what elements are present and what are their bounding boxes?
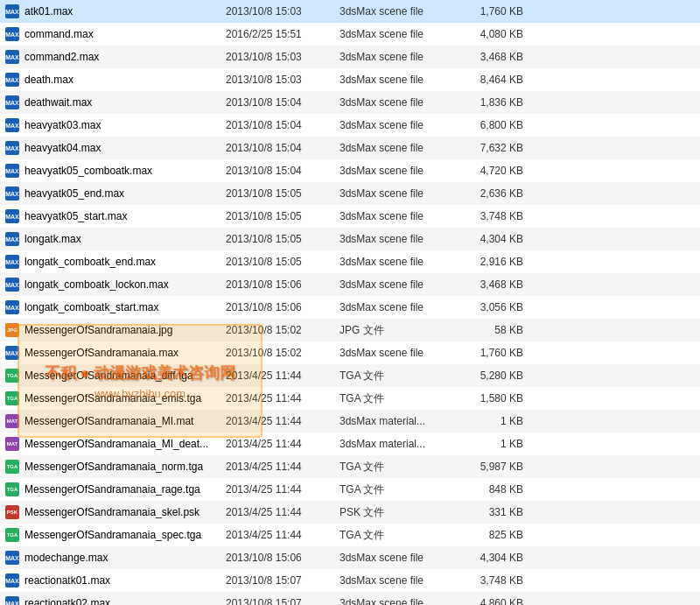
- file-date: 2013/10/8 15:04: [226, 96, 340, 109]
- file-type: 3dsMax scene file: [340, 574, 453, 587]
- file-size: 6,800 KB: [453, 119, 523, 131]
- file-row[interactable]: TGAMessengerOfSandramanaia_rage.tga2013/…: [0, 478, 700, 501]
- file-row[interactable]: JPGMessengerOfSandramanaia.jpg2013/10/8 …: [0, 319, 700, 341]
- file-size: 848 KB: [453, 483, 523, 496]
- file-date: 2013/10/8 15:05: [226, 233, 340, 245]
- file-name: MessengerOfSandramanaia.jpg: [24, 324, 226, 336]
- file-size: 825 KB: [453, 529, 523, 541]
- file-type: 3dsMax scene file: [340, 51, 453, 63]
- file-row[interactable]: MAXMessengerOfSandramanaia.max2013/10/8 …: [0, 341, 700, 364]
- file-type: 3dsMax scene file: [340, 28, 453, 40]
- file-size: 331 KB: [453, 506, 523, 518]
- file-date: 2013/4/25 11:44: [226, 369, 340, 382]
- file-size: 4,860 KB: [453, 597, 523, 605]
- file-name: command.max: [24, 28, 226, 40]
- file-date: 2013/10/8 15:03: [226, 74, 340, 86]
- file-date: 2013/4/25 11:44: [226, 483, 340, 496]
- file-size: 3,468 KB: [453, 278, 523, 291]
- file-row[interactable]: PSKMessengerOfSandramanaia_skel.psk2013/…: [0, 501, 700, 524]
- file-row[interactable]: MAXlongatk_comboatk_start.max2013/10/8 1…: [0, 296, 700, 319]
- file-row[interactable]: MAXcommand2.max2013/10/8 15:033dsMax sce…: [0, 46, 700, 68]
- file-row[interactable]: MAXatk01.max2013/10/8 15:033dsMax scene …: [0, 0, 700, 23]
- file-type: TGA 文件: [340, 482, 453, 497]
- file-date: 2013/4/25 11:44: [226, 392, 340, 405]
- file-name: death.max: [24, 74, 226, 86]
- file-size: 4,304 KB: [453, 233, 523, 245]
- file-row[interactable]: MAXdeathwait.max2013/10/8 15:043dsMax sc…: [0, 91, 700, 114]
- file-row[interactable]: TGAMessengerOfSandramanaia_diff.tga2013/…: [0, 364, 700, 387]
- file-date: 2013/4/25 11:44: [226, 438, 340, 450]
- file-date: 2013/4/25 11:44: [226, 415, 340, 427]
- file-size: 3,748 KB: [453, 210, 523, 222]
- file-row[interactable]: MAXlongatk_comboatk_lockon.max2013/10/8 …: [0, 273, 700, 296]
- file-icon: MAX: [4, 162, 21, 179]
- file-icon: MAX: [4, 25, 21, 43]
- file-name: heavyatk05_comboatk.max: [24, 165, 226, 177]
- file-row[interactable]: MAXreactionatk01.max2013/10/8 15:073dsMa…: [0, 569, 700, 592]
- file-row[interactable]: MAXcommand.max2016/2/25 15:513dsMax scen…: [0, 23, 700, 46]
- file-name: longatk_comboatk_start.max: [24, 301, 226, 313]
- file-row[interactable]: MAXheavyatk05_comboatk.max2013/10/8 15:0…: [0, 159, 700, 182]
- file-type: 3dsMax scene file: [340, 142, 453, 154]
- file-row[interactable]: MAXlongatk.max2013/10/8 15:053dsMax scen…: [0, 228, 700, 250]
- file-name: heavyatk05_start.max: [24, 210, 226, 222]
- file-date: 2013/10/8 15:03: [226, 51, 340, 63]
- file-size: 4,720 KB: [453, 165, 523, 177]
- file-date: 2013/10/8 15:06: [226, 301, 340, 313]
- file-type: 3dsMax scene file: [340, 597, 453, 605]
- file-date: 2013/10/8 15:06: [226, 552, 340, 564]
- file-size: 5,280 KB: [453, 369, 523, 382]
- file-name: heavyatk03.max: [24, 119, 226, 131]
- file-icon: TGA: [4, 458, 21, 475]
- file-date: 2013/10/8 15:07: [226, 597, 340, 605]
- file-row[interactable]: MAXlongatk_comboatk_end.max2013/10/8 15:…: [0, 250, 700, 273]
- file-size: 4,080 KB: [453, 28, 523, 40]
- file-row[interactable]: MAXheavyatk05_start.max2013/10/8 15:053d…: [0, 205, 700, 228]
- file-size: 1 KB: [453, 438, 523, 450]
- file-type: 3dsMax scene file: [340, 5, 453, 18]
- file-date: 2013/4/25 11:44: [226, 461, 340, 473]
- file-row[interactable]: MAXheavyatk05_end.max2013/10/8 15:053dsM…: [0, 182, 700, 205]
- file-row[interactable]: TGAMessengerOfSandramanaia_spec.tga2013/…: [0, 524, 700, 546]
- file-date: 2013/10/8 15:04: [226, 165, 340, 177]
- file-row[interactable]: MATMessengerOfSandramanaia_MI_deat...201…: [0, 433, 700, 455]
- file-icon: TGA: [4, 526, 21, 544]
- file-type: 3dsMax scene file: [340, 210, 453, 222]
- file-row[interactable]: TGAMessengerOfSandramanaia_norm.tga2013/…: [0, 455, 700, 478]
- file-row[interactable]: MAXdeath.max2013/10/8 15:033dsMax scene …: [0, 68, 700, 91]
- file-date: 2013/10/8 15:07: [226, 574, 340, 587]
- file-icon: MAX: [4, 208, 21, 225]
- file-name: MessengerOfSandramanaia_MI_deat...: [24, 438, 226, 450]
- file-size: 3,468 KB: [453, 51, 523, 63]
- file-row[interactable]: TGAMessengerOfSandramanaia_emis.tga2013/…: [0, 387, 700, 410]
- file-name: atk01.max: [24, 5, 226, 18]
- file-date: 2013/10/8 15:02: [226, 347, 340, 359]
- file-type: 3dsMax scene file: [340, 301, 453, 313]
- file-row[interactable]: MATMessengerOfSandramanaia_MI.mat2013/4/…: [0, 410, 700, 433]
- file-size: 4,304 KB: [453, 552, 523, 564]
- file-date: 2013/4/25 11:44: [226, 529, 340, 541]
- file-size: 1 KB: [453, 415, 523, 427]
- file-date: 2016/2/25 15:51: [226, 28, 340, 40]
- file-row[interactable]: MAXheavyatk03.max2013/10/8 15:043dsMax s…: [0, 114, 700, 137]
- file-type: TGA 文件: [340, 369, 453, 383]
- file-row[interactable]: MAXheavyatk04.max2013/10/8 15:043dsMax s…: [0, 137, 700, 159]
- file-name: heavyatk04.max: [24, 142, 226, 154]
- file-icon: MAX: [4, 230, 21, 248]
- file-name: MessengerOfSandramanaia_MI.mat: [24, 415, 226, 427]
- file-row[interactable]: MAXmodechange.max2013/10/8 15:063dsMax s…: [0, 546, 700, 569]
- file-type: 3dsMax material...: [340, 415, 453, 427]
- file-row[interactable]: MAXreactionatk02.max2013/10/8 15:073dsMa…: [0, 592, 700, 605]
- file-size: 8,464 KB: [453, 74, 523, 86]
- file-list: MAXatk01.max2013/10/8 15:033dsMax scene …: [0, 0, 700, 605]
- file-type: 3dsMax scene file: [340, 165, 453, 177]
- file-icon: MAX: [4, 48, 21, 66]
- file-type: 3dsMax scene file: [340, 96, 453, 109]
- file-name: MessengerOfSandramanaia.max: [24, 347, 226, 359]
- file-icon: MAX: [4, 185, 21, 202]
- file-date: 2013/10/8 15:05: [226, 210, 340, 222]
- file-type: 3dsMax scene file: [340, 119, 453, 131]
- file-date: 2013/10/8 15:02: [226, 324, 340, 336]
- file-type: 3dsMax material...: [340, 438, 453, 450]
- file-size: 3,748 KB: [453, 574, 523, 587]
